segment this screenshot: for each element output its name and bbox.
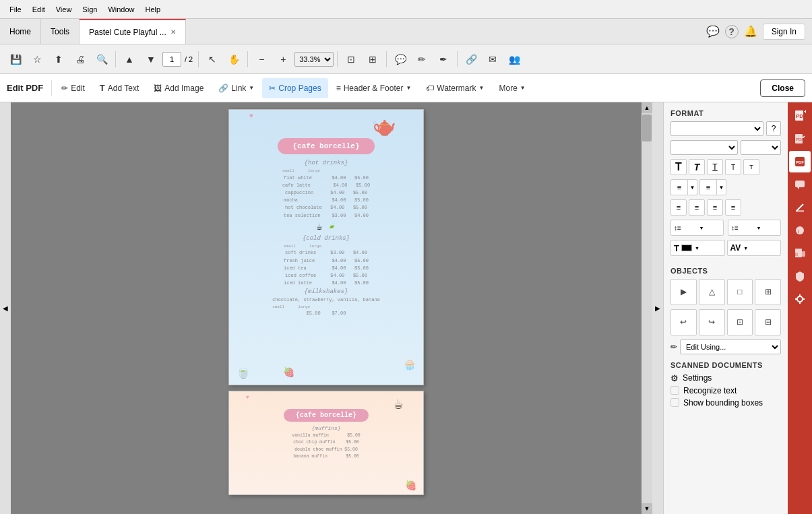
menu-help[interactable]: Help [142, 4, 165, 15]
annotate-button[interactable]: ✒ [433, 49, 454, 69]
toolbar-sep-6 [457, 51, 458, 67]
svg-rect-8 [795, 181, 805, 187]
far-right-protect[interactable] [789, 265, 811, 287]
comment-button[interactable]: 💬 [390, 49, 410, 69]
text-style-t3[interactable]: T [707, 159, 723, 175]
link-arrow-icon: ▼ [249, 85, 254, 91]
text-color-button[interactable]: T ▼ [670, 240, 725, 256]
bullet-list-arrow-icon[interactable]: ▼ [687, 179, 697, 195]
tab-home[interactable]: Home [0, 19, 41, 44]
far-right-tools[interactable] [789, 288, 811, 310]
tab-document[interactable]: Pastel Cute Playful ... ✕ [80, 19, 186, 44]
menu-window[interactable]: Window [104, 4, 138, 15]
link-button[interactable]: 🔗 Link ▼ [212, 78, 261, 98]
mail-button[interactable]: ✉ [482, 49, 503, 69]
text-color-icon: T [674, 243, 679, 253]
link-label: Link [231, 84, 246, 93]
font-size-select2[interactable] [741, 140, 781, 155]
page-number-input[interactable] [162, 52, 181, 67]
obj-group-button[interactable]: ⊞ [755, 279, 781, 305]
scrollbar-thumb[interactable] [642, 115, 652, 141]
share-button[interactable]: 👥 [504, 49, 524, 69]
sign-in-button[interactable]: Sign In [763, 24, 805, 40]
far-right-comment[interactable] [789, 174, 811, 195]
header-footer-button[interactable]: ≡ Header & Footer ▼ [330, 78, 418, 98]
left-collapse-arrow[interactable]: ◀ [0, 102, 11, 514]
menu-file[interactable]: File [5, 4, 26, 15]
zoom-select[interactable]: 33.3% 50% 75% 100% [294, 52, 334, 67]
canvas-area: 🫖 ♥ ✿ {cafe borcelle} {hot drinks} small… [11, 102, 642, 514]
help-icon[interactable]: ? [725, 25, 739, 38]
numbered-list-arrow-icon[interactable]: ▼ [716, 179, 726, 195]
far-right-pdf-active[interactable]: PDF [789, 151, 811, 172]
zoom-plus-button[interactable]: + [273, 49, 293, 69]
save-button[interactable]: 💾 [5, 49, 26, 69]
align-left-button[interactable]: ≡ [670, 199, 687, 216]
obj-delete-button[interactable]: ⊟ [755, 309, 781, 335]
bookmark-button[interactable]: ☆ [27, 49, 47, 69]
obj-redo-button[interactable]: ↪ [699, 309, 725, 335]
scrollbar-up-button[interactable]: ▲ [642, 102, 652, 113]
color-arrow-icon: ▼ [695, 246, 699, 251]
obj-select-button[interactable]: ▶ [670, 279, 697, 305]
para-spacing-select[interactable]: ↕≡ ▼ [728, 220, 781, 236]
far-right-redact[interactable]: i [789, 220, 811, 241]
edit-button[interactable]: ✏ Edit [55, 78, 92, 98]
crop-pages-button[interactable]: ✂ Crop Pages [262, 78, 327, 98]
cursor-tool[interactable]: ↖ [202, 49, 222, 69]
tab-close-icon[interactable]: ✕ [170, 28, 176, 36]
add-image-button[interactable]: 🖼 Add Image [147, 78, 210, 98]
text-style-t2[interactable]: T [689, 159, 705, 175]
menu-edit[interactable]: Edit [28, 4, 49, 15]
scrollbar-down-button[interactable]: ▼ [642, 503, 652, 514]
print-button[interactable]: 🖨 [70, 49, 90, 69]
prev-page-button[interactable]: ▲ [119, 49, 139, 69]
menu-bar[interactable]: File Edit View Sign Window Help [5, 4, 164, 15]
far-right-export[interactable]: ||| [789, 243, 811, 264]
close-button[interactable]: Close [760, 79, 805, 97]
menu-sign[interactable]: Sign [78, 4, 101, 15]
zoom-minus-button[interactable]: − [251, 49, 272, 69]
upload-button[interactable]: ⬆ [49, 49, 69, 69]
far-right-pdf-edit[interactable]: PDF [789, 128, 811, 150]
bell-icon[interactable]: 🔔 [744, 25, 757, 38]
obj-transform-button[interactable]: △ [699, 279, 725, 305]
watermark-button[interactable]: 🏷 Watermark ▼ [419, 78, 491, 98]
next-page-button[interactable]: ▼ [141, 49, 161, 69]
text-style-t5[interactable]: T [743, 159, 759, 175]
line-spacing-select[interactable]: ↕≡ ▼ [670, 220, 724, 236]
far-right-highlight[interactable] [789, 197, 811, 218]
hand-tool[interactable]: ✋ [224, 49, 244, 69]
zoom-out-button[interactable]: 🔍 [92, 49, 112, 69]
font-select[interactable] [670, 121, 763, 136]
text-style-t4[interactable]: T [725, 159, 741, 175]
show-bounding-checkbox[interactable] [670, 398, 679, 407]
font-question-button[interactable]: ? [766, 121, 781, 136]
tab-tools[interactable]: Tools [41, 19, 80, 44]
more-button[interactable]: More ▼ [492, 78, 532, 98]
canvas-scrollbar[interactable]: ▲ ▼ [642, 102, 652, 514]
obj-crop-button[interactable]: □ [727, 279, 753, 305]
menu-view[interactable]: View [52, 4, 76, 15]
av-button[interactable]: AV ▼ [727, 240, 782, 256]
align-center-button[interactable]: ≡ [689, 199, 705, 216]
add-text-button[interactable]: T Add Text [93, 78, 146, 98]
chat-icon[interactable]: 💬 [706, 25, 720, 38]
obj-ungroup-button[interactable]: ⊡ [727, 309, 753, 335]
pencil-button[interactable]: ✏ [412, 49, 432, 69]
align-right-button[interactable]: ≡ [707, 199, 723, 216]
edit-using-select[interactable]: Edit Using... [680, 340, 781, 354]
settings-row[interactable]: ⚙ Settings [670, 373, 781, 383]
align-justify-button[interactable]: ≡ [725, 199, 741, 216]
fit-width-button[interactable]: ⊞ [363, 49, 383, 69]
link-toolbar-button[interactable]: 🔗 [461, 49, 481, 69]
recognize-text-checkbox[interactable] [670, 386, 679, 395]
obj-undo-button[interactable]: ↩ [670, 309, 697, 335]
numbered-list-button[interactable]: ≡ ▼ [699, 179, 726, 195]
right-collapse-arrow[interactable]: ▶ [652, 102, 663, 514]
far-right-pdf-plus[interactable]: PDF+ [789, 105, 811, 127]
font-size-select[interactable] [670, 140, 738, 155]
text-style-t1[interactable]: T [670, 159, 687, 175]
bullet-list-button[interactable]: ≡ ▼ [670, 179, 697, 195]
fit-page-button[interactable]: ⊡ [341, 49, 361, 69]
